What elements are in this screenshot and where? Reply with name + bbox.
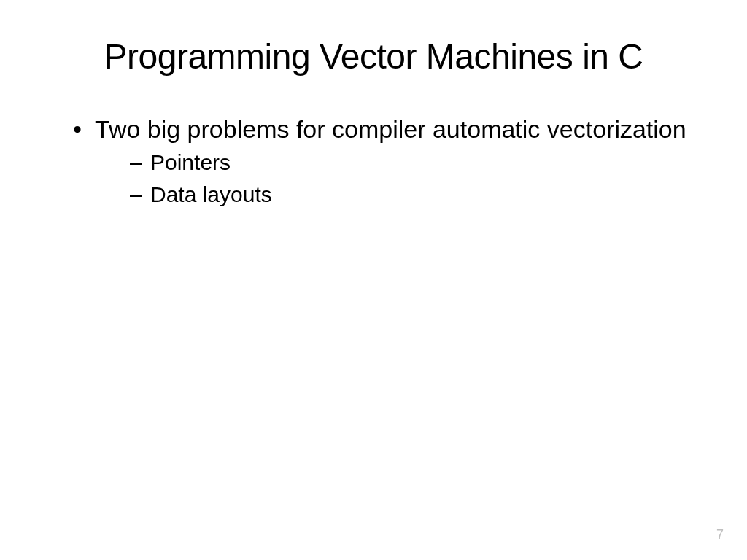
slide-title: Programming Vector Machines in C (47, 36, 700, 77)
bullet-text: Two big problems for compiler automatic … (95, 115, 686, 143)
slide-content: Two big problems for compiler automatic … (47, 113, 700, 210)
sub-bullet-text: Pointers (150, 150, 231, 174)
sub-bullet-list: Pointers Data layouts (95, 147, 700, 210)
bullet-item: Two big problems for compiler automatic … (73, 113, 700, 210)
page-number: 7 (716, 527, 724, 542)
sub-bullet-item: Data layouts (130, 179, 700, 211)
slide: Programming Vector Machines in C Two big… (0, 0, 747, 560)
sub-bullet-text: Data layouts (150, 182, 272, 206)
sub-bullet-item: Pointers (130, 147, 700, 179)
